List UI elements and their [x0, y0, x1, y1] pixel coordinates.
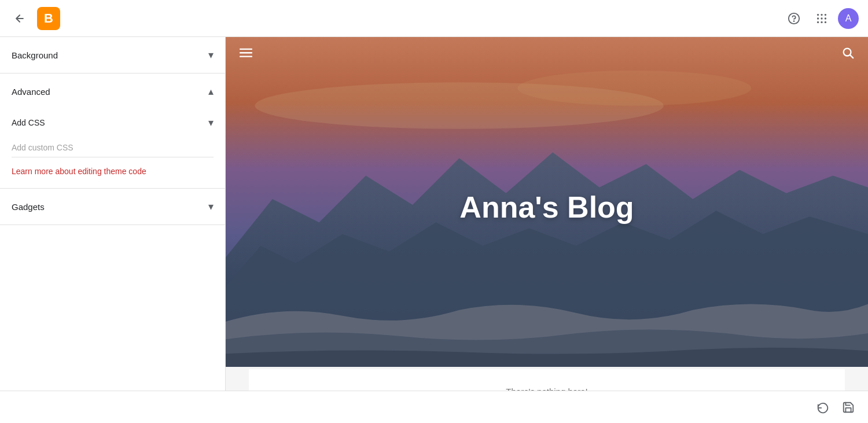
blogger-logo: B: [37, 7, 60, 30]
blog-title-container: Anna's Blog: [459, 190, 634, 225]
svg-rect-14: [240, 49, 252, 50]
advanced-section-title: Advanced: [12, 87, 50, 97]
advanced-section: Advanced ▴ Add CSS ▾ Learn more about ed…: [0, 73, 225, 189]
svg-line-18: [850, 55, 853, 58]
svg-point-5: [817, 17, 819, 19]
custom-css-input[interactable]: [12, 138, 214, 157]
sidebar: Background ▾ Advanced ▴ Add CSS ▾ Learn …: [0, 37, 226, 391]
gadgets-chevron-icon: ▾: [208, 200, 214, 213]
css-dropdown-row: Add CSS ▾: [12, 109, 214, 134]
advanced-chevron-icon: ▴: [208, 85, 214, 98]
svg-point-4: [825, 13, 826, 15]
svg-point-3: [821, 13, 822, 15]
svg-point-6: [821, 17, 822, 19]
gadgets-section: Gadgets ▾: [0, 189, 225, 225]
css-dropdown-arrow-icon[interactable]: ▾: [208, 116, 214, 129]
gadgets-section-title: Gadgets: [12, 202, 45, 212]
header: B A: [0, 0, 868, 37]
header-right: A: [782, 7, 859, 30]
svg-point-8: [817, 21, 819, 23]
blog-title: Anna's Blog: [459, 190, 634, 225]
background-section-title: Background: [12, 50, 58, 60]
svg-point-2: [817, 13, 819, 15]
blog-navbar: [226, 37, 868, 71]
advanced-content: Add CSS ▾ Learn more about editing theme…: [0, 109, 225, 188]
apps-button[interactable]: [810, 7, 833, 30]
user-avatar[interactable]: A: [838, 8, 859, 29]
blog-preview-content: Anna's Blog There's nothing here!: [226, 37, 868, 391]
blog-preview: Anna's Blog There's nothing here!: [226, 37, 868, 391]
main-content: Background ▾ Advanced ▴ Add CSS ▾ Learn …: [0, 37, 868, 391]
svg-rect-16: [240, 56, 252, 57]
svg-point-9: [821, 21, 822, 23]
bottom-toolbar: [0, 391, 868, 423]
back-button[interactable]: [9, 8, 30, 29]
css-dropdown-label: Add CSS: [12, 118, 45, 127]
background-chevron-icon: ▾: [208, 49, 214, 61]
hamburger-icon[interactable]: [240, 46, 252, 62]
blog-hero: Anna's Blog: [226, 37, 868, 367]
svg-rect-15: [240, 52, 252, 53]
nothing-here-card: There's nothing here!: [249, 369, 845, 391]
save-button[interactable]: [838, 397, 859, 418]
learn-more-link[interactable]: Learn more about editing theme code: [12, 167, 146, 176]
advanced-section-header[interactable]: Advanced ▴: [0, 73, 225, 109]
svg-point-7: [825, 17, 826, 19]
svg-point-10: [825, 21, 826, 23]
help-button[interactable]: [782, 7, 806, 30]
svg-point-13: [518, 71, 752, 106]
nothing-here-text: There's nothing here!: [506, 387, 587, 391]
search-icon[interactable]: [841, 46, 854, 62]
background-section-header[interactable]: Background ▾: [0, 37, 225, 73]
header-left: B: [9, 7, 60, 30]
gadgets-section-header[interactable]: Gadgets ▾: [0, 189, 225, 225]
background-section: Background ▾: [0, 37, 225, 73]
undo-button[interactable]: [812, 397, 833, 418]
